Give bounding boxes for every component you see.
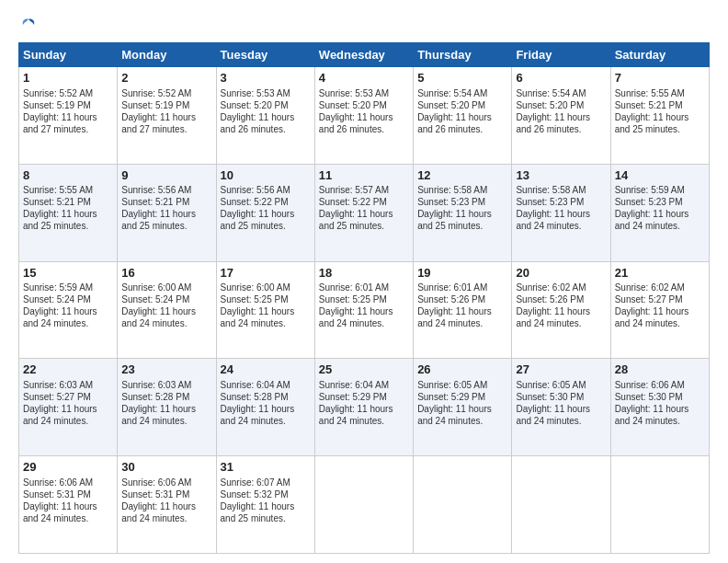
- weekday-saturday: Saturday: [610, 43, 709, 67]
- day-info: Sunrise: 5:56 AM Sunset: 5:21 PM Dayligh…: [121, 184, 211, 232]
- calendar-cell: 4Sunrise: 5:53 AM Sunset: 5:20 PM Daylig…: [314, 67, 413, 165]
- week-row-1: 1Sunrise: 5:52 AM Sunset: 5:19 PM Daylig…: [19, 67, 710, 165]
- weekday-sunday: Sunday: [19, 43, 118, 67]
- day-info: Sunrise: 5:56 AM Sunset: 5:22 PM Dayligh…: [221, 184, 311, 232]
- calendar-cell: 18Sunrise: 6:01 AM Sunset: 5:25 PM Dayli…: [314, 261, 413, 359]
- day-number: 29: [23, 459, 113, 476]
- day-number: 15: [23, 265, 113, 282]
- calendar-table: SundayMondayTuesdayWednesdayThursdayFrid…: [18, 42, 710, 554]
- day-number: 14: [615, 167, 705, 184]
- day-number: 21: [615, 265, 705, 282]
- day-info: Sunrise: 6:05 AM Sunset: 5:30 PM Dayligh…: [516, 379, 606, 427]
- day-number: 28: [615, 362, 705, 378]
- calendar-cell: 9Sunrise: 5:56 AM Sunset: 5:21 PM Daylig…: [118, 164, 216, 261]
- day-info: Sunrise: 6:02 AM Sunset: 5:27 PM Dayligh…: [615, 282, 705, 329]
- week-row-5: 29Sunrise: 6:06 AM Sunset: 5:31 PM Dayli…: [19, 456, 710, 554]
- logo-text: [18, 17, 38, 33]
- day-number: 16: [121, 265, 211, 282]
- day-number: 5: [417, 70, 507, 86]
- day-number: 20: [516, 265, 606, 282]
- calendar-cell: 25Sunrise: 6:04 AM Sunset: 5:29 PM Dayli…: [314, 359, 413, 456]
- day-info: Sunrise: 6:03 AM Sunset: 5:27 PM Dayligh…: [23, 379, 113, 427]
- day-number: 9: [121, 167, 211, 184]
- header: [18, 17, 710, 33]
- day-info: Sunrise: 5:53 AM Sunset: 5:20 PM Dayligh…: [319, 87, 409, 135]
- calendar-cell: 6Sunrise: 5:54 AM Sunset: 5:20 PM Daylig…: [512, 67, 610, 165]
- calendar-cell: [512, 456, 610, 554]
- day-info: Sunrise: 5:52 AM Sunset: 5:19 PM Dayligh…: [121, 87, 211, 135]
- day-info: Sunrise: 5:59 AM Sunset: 5:24 PM Dayligh…: [23, 282, 113, 329]
- day-number: 31: [221, 459, 311, 476]
- day-info: Sunrise: 5:55 AM Sunset: 5:21 PM Dayligh…: [615, 87, 705, 135]
- weekday-wednesday: Wednesday: [314, 43, 413, 67]
- calendar-cell: 3Sunrise: 5:53 AM Sunset: 5:20 PM Daylig…: [216, 67, 314, 165]
- day-info: Sunrise: 5:53 AM Sunset: 5:20 PM Dayligh…: [221, 87, 311, 135]
- day-number: 23: [121, 362, 211, 378]
- day-info: Sunrise: 5:57 AM Sunset: 5:22 PM Dayligh…: [319, 184, 409, 232]
- day-number: 18: [319, 265, 409, 282]
- day-number: 26: [417, 362, 507, 378]
- day-number: 6: [516, 70, 606, 86]
- calendar-cell: 29Sunrise: 6:06 AM Sunset: 5:31 PM Dayli…: [19, 456, 118, 554]
- day-number: 13: [516, 167, 606, 184]
- calendar-cell: 30Sunrise: 6:06 AM Sunset: 5:31 PM Dayli…: [118, 456, 216, 554]
- day-info: Sunrise: 5:58 AM Sunset: 5:23 PM Dayligh…: [417, 184, 507, 232]
- calendar-cell: 20Sunrise: 6:02 AM Sunset: 5:26 PM Dayli…: [512, 261, 610, 359]
- day-number: 1: [23, 70, 113, 86]
- day-info: Sunrise: 6:04 AM Sunset: 5:28 PM Dayligh…: [221, 379, 311, 427]
- weekday-header-row: SundayMondayTuesdayWednesdayThursdayFrid…: [19, 43, 710, 67]
- day-number: 27: [516, 362, 606, 378]
- day-info: Sunrise: 6:01 AM Sunset: 5:26 PM Dayligh…: [417, 282, 507, 329]
- calendar-cell: 31Sunrise: 6:07 AM Sunset: 5:32 PM Dayli…: [216, 456, 314, 554]
- day-number: 7: [615, 70, 705, 86]
- calendar-cell: 19Sunrise: 6:01 AM Sunset: 5:26 PM Dayli…: [414, 261, 512, 359]
- calendar-cell: 13Sunrise: 5:58 AM Sunset: 5:23 PM Dayli…: [512, 164, 610, 261]
- day-number: 30: [121, 459, 211, 476]
- week-row-4: 22Sunrise: 6:03 AM Sunset: 5:27 PM Dayli…: [19, 359, 710, 456]
- day-number: 10: [221, 167, 311, 184]
- day-info: Sunrise: 6:02 AM Sunset: 5:26 PM Dayligh…: [516, 282, 606, 329]
- day-info: Sunrise: 6:06 AM Sunset: 5:31 PM Dayligh…: [23, 477, 113, 524]
- calendar-cell: 26Sunrise: 6:05 AM Sunset: 5:29 PM Dayli…: [414, 359, 512, 456]
- weekday-monday: Monday: [118, 43, 216, 67]
- weekday-thursday: Thursday: [414, 43, 512, 67]
- calendar-cell: 5Sunrise: 5:54 AM Sunset: 5:20 PM Daylig…: [414, 67, 512, 165]
- day-info: Sunrise: 6:07 AM Sunset: 5:32 PM Dayligh…: [221, 477, 311, 524]
- calendar-cell: 11Sunrise: 5:57 AM Sunset: 5:22 PM Dayli…: [314, 164, 413, 261]
- day-info: Sunrise: 6:04 AM Sunset: 5:29 PM Dayligh…: [319, 379, 409, 427]
- day-info: Sunrise: 6:06 AM Sunset: 5:31 PM Dayligh…: [121, 477, 211, 524]
- day-number: 24: [221, 362, 311, 378]
- day-number: 4: [319, 70, 409, 86]
- calendar-cell: 8Sunrise: 5:55 AM Sunset: 5:21 PM Daylig…: [19, 164, 118, 261]
- weekday-tuesday: Tuesday: [216, 43, 314, 67]
- day-number: 12: [417, 167, 507, 184]
- calendar-cell: 21Sunrise: 6:02 AM Sunset: 5:27 PM Dayli…: [610, 261, 709, 359]
- calendar-cell: 12Sunrise: 5:58 AM Sunset: 5:23 PM Dayli…: [414, 164, 512, 261]
- day-number: 11: [319, 167, 409, 184]
- calendar-cell: 10Sunrise: 5:56 AM Sunset: 5:22 PM Dayli…: [216, 164, 314, 261]
- day-info: Sunrise: 5:52 AM Sunset: 5:19 PM Dayligh…: [23, 87, 113, 135]
- day-info: Sunrise: 6:06 AM Sunset: 5:30 PM Dayligh…: [615, 379, 705, 427]
- calendar-cell: 7Sunrise: 5:55 AM Sunset: 5:21 PM Daylig…: [610, 67, 709, 165]
- calendar-cell: [414, 456, 512, 554]
- calendar-cell: 27Sunrise: 6:05 AM Sunset: 5:30 PM Dayli…: [512, 359, 610, 456]
- calendar-cell: 16Sunrise: 6:00 AM Sunset: 5:24 PM Dayli…: [118, 261, 216, 359]
- day-info: Sunrise: 6:05 AM Sunset: 5:29 PM Dayligh…: [417, 379, 507, 427]
- calendar-cell: 28Sunrise: 6:06 AM Sunset: 5:30 PM Dayli…: [610, 359, 709, 456]
- calendar-cell: 15Sunrise: 5:59 AM Sunset: 5:24 PM Dayli…: [19, 261, 118, 359]
- day-info: Sunrise: 6:00 AM Sunset: 5:25 PM Dayligh…: [221, 282, 311, 329]
- day-number: 3: [221, 70, 311, 86]
- week-row-2: 8Sunrise: 5:55 AM Sunset: 5:21 PM Daylig…: [19, 164, 710, 261]
- calendar-cell: [314, 456, 413, 554]
- day-number: 17: [221, 265, 311, 282]
- day-info: Sunrise: 6:01 AM Sunset: 5:25 PM Dayligh…: [319, 282, 409, 329]
- day-info: Sunrise: 5:58 AM Sunset: 5:23 PM Dayligh…: [516, 184, 606, 232]
- calendar-cell: 23Sunrise: 6:03 AM Sunset: 5:28 PM Dayli…: [118, 359, 216, 456]
- day-number: 25: [319, 362, 409, 378]
- logo-bird-icon: [20, 17, 37, 33]
- calendar-cell: 22Sunrise: 6:03 AM Sunset: 5:27 PM Dayli…: [19, 359, 118, 456]
- day-info: Sunrise: 6:03 AM Sunset: 5:28 PM Dayligh…: [121, 379, 211, 427]
- calendar-cell: 2Sunrise: 5:52 AM Sunset: 5:19 PM Daylig…: [118, 67, 216, 165]
- day-number: 8: [23, 167, 113, 184]
- day-info: Sunrise: 5:54 AM Sunset: 5:20 PM Dayligh…: [516, 87, 606, 135]
